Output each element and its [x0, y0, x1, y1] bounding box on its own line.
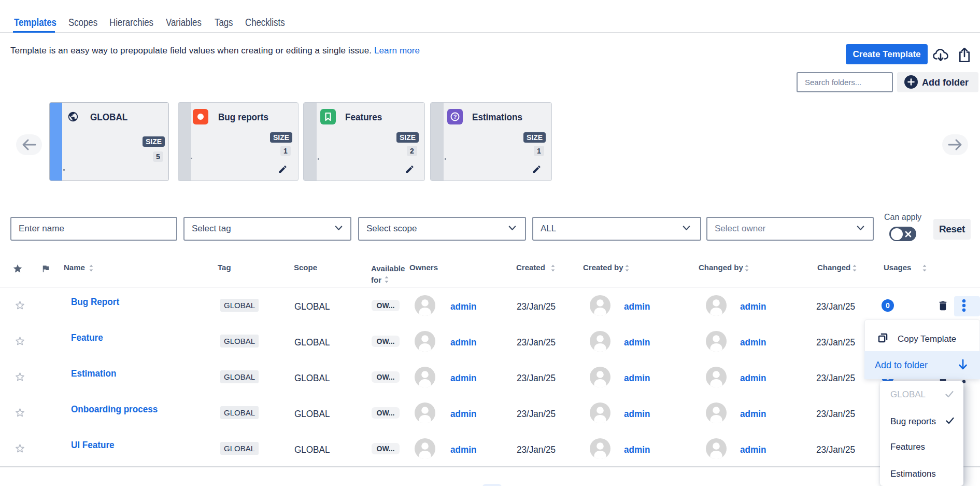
svg-text:?: ?	[453, 114, 457, 120]
